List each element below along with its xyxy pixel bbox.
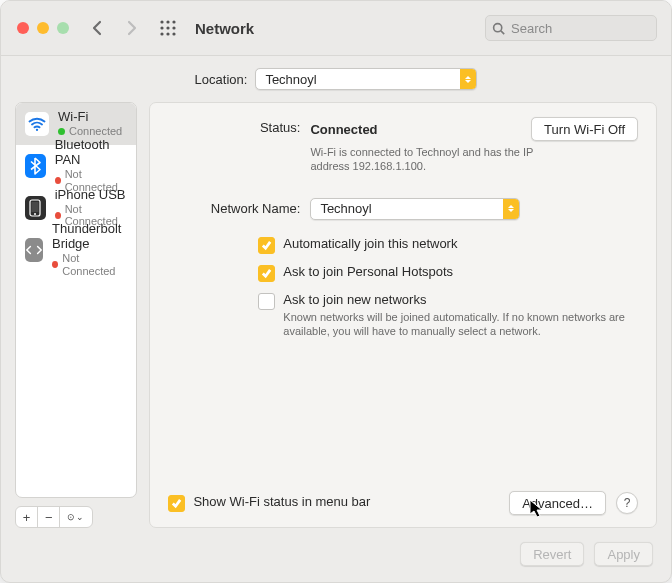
svg-point-10 bbox=[36, 129, 38, 131]
sidebar-item-label: Wi-Fi bbox=[58, 110, 122, 125]
zoom-icon[interactable] bbox=[57, 22, 69, 34]
advanced-button[interactable]: Advanced… bbox=[509, 491, 606, 515]
network-name-select[interactable]: Technoyl bbox=[310, 198, 520, 220]
status-detail: Wi-Fi is connected to Technoyl and has t… bbox=[310, 145, 570, 174]
service-more-button[interactable]: ⊙⌄ bbox=[60, 507, 92, 527]
back-button[interactable] bbox=[87, 19, 105, 37]
revert-button[interactable]: Revert bbox=[520, 542, 584, 566]
minimize-icon[interactable] bbox=[37, 22, 49, 34]
ask-hotspot-checkbox[interactable] bbox=[258, 265, 275, 282]
ask-new-networks-help: Known networks will be joined automatica… bbox=[283, 310, 638, 339]
status-dot-icon bbox=[58, 128, 65, 135]
sidebar-item-bluetooth[interactable]: Bluetooth PAN Not Connected bbox=[16, 145, 136, 187]
ask-new-networks-label: Ask to join new networks bbox=[283, 292, 426, 307]
iphone-icon bbox=[25, 196, 46, 220]
show-all-prefs-icon[interactable] bbox=[159, 19, 177, 37]
status-dot-icon bbox=[55, 212, 61, 219]
status-value: Connected bbox=[310, 122, 377, 137]
network-name-value: Technoyl bbox=[320, 201, 371, 216]
svg-rect-12 bbox=[32, 202, 39, 212]
svg-point-4 bbox=[166, 26, 169, 29]
svg-point-9 bbox=[494, 23, 502, 31]
svg-point-6 bbox=[160, 32, 163, 35]
ask-new-networks-checkbox[interactable] bbox=[258, 293, 275, 310]
service-action-bar: + − ⊙⌄ bbox=[15, 506, 93, 528]
body: Wi-Fi Connected Bluetooth PAN Not Connec… bbox=[1, 102, 671, 528]
sidebar-item-status: Not Connected bbox=[52, 252, 127, 277]
location-label: Location: bbox=[195, 72, 248, 87]
panel-footer: Show Wi-Fi status in menu bar Advanced… … bbox=[168, 491, 638, 515]
status-label: Status: bbox=[168, 117, 300, 174]
location-select[interactable]: Technoyl bbox=[255, 68, 477, 90]
toolbar: Network Search bbox=[1, 1, 671, 56]
svg-point-8 bbox=[172, 32, 175, 35]
forward-button[interactable] bbox=[123, 19, 141, 37]
sidebar: Wi-Fi Connected Bluetooth PAN Not Connec… bbox=[15, 102, 137, 528]
status-dot-icon bbox=[52, 261, 58, 268]
detail-panel: Status: Connected Turn Wi-Fi Off Wi-Fi i… bbox=[149, 102, 657, 528]
svg-point-7 bbox=[166, 32, 169, 35]
add-service-button[interactable]: + bbox=[16, 507, 38, 527]
cursor-icon bbox=[529, 499, 545, 519]
svg-point-13 bbox=[34, 213, 36, 215]
service-list: Wi-Fi Connected Bluetooth PAN Not Connec… bbox=[15, 102, 137, 498]
network-preferences-window: Network Search Location: Technoyl Wi-Fi bbox=[0, 0, 672, 583]
svg-point-3 bbox=[160, 26, 163, 29]
location-value: Technoyl bbox=[265, 72, 316, 87]
status-dot-icon bbox=[55, 177, 61, 184]
network-name-label: Network Name: bbox=[168, 198, 300, 220]
location-row: Location: Technoyl bbox=[1, 56, 671, 102]
bluetooth-icon bbox=[25, 154, 46, 178]
thunderbolt-bridge-icon bbox=[25, 238, 43, 262]
page-title: Network bbox=[195, 20, 254, 37]
wifi-icon bbox=[25, 112, 49, 136]
svg-point-0 bbox=[160, 20, 163, 23]
sidebar-item-label: iPhone USB bbox=[55, 188, 128, 203]
show-wifi-status-label: Show Wi-Fi status in menu bar bbox=[193, 494, 370, 509]
window-footer: Revert Apply bbox=[1, 528, 671, 582]
auto-join-label: Automatically join this network bbox=[283, 236, 457, 251]
svg-point-2 bbox=[172, 20, 175, 23]
search-field[interactable]: Search bbox=[485, 15, 657, 41]
search-icon bbox=[492, 22, 505, 35]
search-placeholder: Search bbox=[511, 21, 552, 36]
chevron-up-down-icon bbox=[460, 69, 476, 89]
sidebar-item-thunderbolt[interactable]: Thunderbolt Bridge Not Connected bbox=[16, 229, 136, 271]
close-icon[interactable] bbox=[17, 22, 29, 34]
sidebar-item-status: Connected bbox=[58, 125, 122, 138]
sidebar-item-label: Thunderbolt Bridge bbox=[52, 222, 127, 252]
chevron-up-down-icon bbox=[503, 199, 519, 219]
sidebar-item-label: Bluetooth PAN bbox=[55, 138, 128, 168]
window-controls bbox=[17, 22, 69, 34]
show-wifi-status-checkbox[interactable] bbox=[168, 495, 185, 512]
help-button[interactable]: ? bbox=[616, 492, 638, 514]
auto-join-checkbox[interactable] bbox=[258, 237, 275, 254]
apply-button[interactable]: Apply bbox=[594, 542, 653, 566]
remove-service-button[interactable]: − bbox=[38, 507, 60, 527]
svg-point-1 bbox=[166, 20, 169, 23]
wifi-toggle-button[interactable]: Turn Wi-Fi Off bbox=[531, 117, 638, 141]
ask-hotspot-label: Ask to join Personal Hotspots bbox=[283, 264, 453, 279]
svg-point-5 bbox=[172, 26, 175, 29]
